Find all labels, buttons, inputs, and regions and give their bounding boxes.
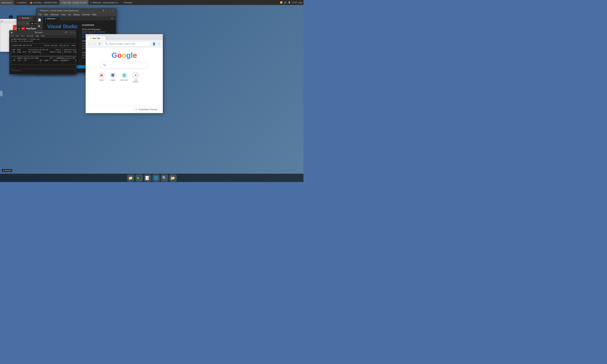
vscode-menu-edit[interactable]: Edit [43,13,49,16]
vscode-feature-0-title: Tools and languages [82,28,112,30]
vscode-menu-view[interactable]: View [60,13,67,16]
customize-chrome-label: Customize Chrome [138,108,157,111]
dock-files[interactable]: 📁 [127,174,134,182]
terminal-minimize-button[interactable]: − [67,31,70,34]
dock-file-manager[interactable]: 📂 [169,174,177,182]
anydesk-icon: A [16,1,18,4]
terminal-title-text: Terminal - [14,31,64,34]
vscode-tabbar: ◆ Welcome × ⊞ … [43,17,116,21]
dock-text-editor[interactable]: 📝 [144,174,151,182]
hamburger-menu-icon[interactable]: ≡ [18,27,20,30]
web-store-icon: 🌐 [121,72,128,78]
left-screen-arrow[interactable]: ‹ [0,91,3,96]
google-letter-o2: o [122,51,126,59]
vscode-close-button[interactable]: × [112,9,115,12]
shortcut-add[interactable]: + Add shortcut [131,71,141,84]
vscode-more-icon[interactable]: … [113,17,115,20]
vscode-welcome-tab[interactable]: ◆ Welcome × [43,17,59,20]
firefox-icon: 🦊 [30,1,33,4]
chrome-back-button[interactable]: ← [87,42,92,46]
taskbar-network-icon: 📶 [280,1,283,4]
taskbar-terminal[interactable]: ▪ Terminal - [121,0,135,5]
firefox-tab[interactable]: ▶ YouTube × [18,17,33,20]
terminal-menu-help[interactable]: Help [40,35,46,37]
terminal-menu-file[interactable]: File [10,35,14,37]
google-search-bar[interactable]: 🔍 [100,62,148,68]
vscode-tab-actions: ⊞ … [111,17,116,20]
chrome-tab-close-icon[interactable]: × [102,37,103,39]
chrome-url-bar[interactable]: 🔍 Search Google or type a URL [103,41,151,46]
vscode-menu-terminal[interactable]: Terminal [81,13,91,16]
firefox-tab-title: YouTube [22,17,29,19]
dock-terminal[interactable]: ▶_ [136,174,143,182]
vscode-menu-file[interactable]: File [37,13,43,16]
taskbar-left: Applications A AnyDesk 🦊 YouTube — Mozil… [0,0,135,5]
anydesk-title-icon: A [1,20,3,22]
terminal-line-10: | 0% 31C P8 6W / 320W | 10MiB / 10240MiB… [11,60,75,62]
terminal-line-7: | | | MIG M. | [11,53,75,55]
terminal-menu-view[interactable]: View [20,35,26,37]
terminal-maximize-button[interactable]: □ [70,31,72,34]
shortcuts-grid: ✉ Gmail 🖼 Images 🌐 Web Store + Add short… [96,71,152,84]
taskbar-chrome[interactable]: ● New Tab - Google Chrome [59,0,88,5]
vscode-split-editor-icon[interactable]: ⊞ [111,17,113,20]
chrome-newtab-tab[interactable]: ⭐ New Tab × [87,36,105,40]
terminal-line-15: | Processes: | [11,70,75,71]
js-link[interactable]: JavaScript [97,31,105,33]
chrome-menu-button[interactable]: ⋮ [157,42,161,46]
customize-chrome-icon: ✏ [135,108,137,111]
chrome-profile-button[interactable]: 👤 [152,42,156,46]
url-content: Search Google or type a URL [109,43,135,45]
chrome-navbar: ← → ↻ 🔍 Search Google or type a URL 👤 ⋮ [86,40,163,48]
terminal-menu-tabs[interactable]: Tabs [35,35,40,37]
terminal-menu-terminal[interactable]: Terminal [26,35,34,37]
shortcut-images[interactable]: 🖼 Images [108,71,118,84]
terminal-pin-button[interactable]: 📌 [65,31,67,34]
vscode-maximize-button[interactable]: □ [109,9,111,12]
dock-browser-icon: 🌐 [154,176,158,180]
taskbar-vscode[interactable]: ◆ Welcome - Visual Studio Co... [89,0,121,5]
shortcut-web-store[interactable]: 🌐 Web Store [119,71,129,84]
vscode-minimize-button[interactable]: − [105,9,108,12]
images-icon: 🖼 [110,72,116,78]
add-shortcut-icon: + [132,72,139,78]
taskbar-applications[interactable]: Applications [0,0,14,5]
vscode-menu-debug[interactable]: Debug [72,13,80,16]
vscode-tab-close-icon[interactable]: × [56,18,57,20]
vscode-menu-selection[interactable]: Selection [49,13,60,16]
terminal-tab-label: Terminal - [124,1,133,4]
terminal-window: ▶ Terminal - 📌 − □ × File Edit View Term… [9,30,76,74]
taskbar-time: 17:47 [292,1,297,4]
terminal-line-8: |===============================+=======… [11,55,75,57]
vscode-icon: ◆ [90,1,92,4]
terminal-line-4: |-------------------------------+-------… [11,47,75,49]
shortcut-gmail[interactable]: ✉ Gmail [96,71,106,84]
taskbar-firefox[interactable]: 🦊 YouTube — Mozilla Firefox [28,0,59,5]
chrome-forward-button[interactable]: → [92,42,97,46]
dock-browser[interactable]: 🌐 [153,174,160,182]
vscode-menu-help[interactable]: Help [91,13,98,16]
vscode-split-button[interactable]: ⊞ [102,9,104,12]
terminal-menu-edit[interactable]: Edit [15,35,20,37]
terminal-line-3: | NVIDIA-SMI 535.129.03 Driver Version: … [11,45,75,47]
dock-image-viewer[interactable]: 🔍 [161,174,168,182]
chrome-tab-favicon: ⭐ [89,37,92,39]
anydesk-tab-label: AnyDesk [18,1,26,4]
vscode-menu-go[interactable]: Go [67,13,72,16]
vscode-explorer-icon[interactable]: 📄 [37,18,42,22]
firefox-reload-button[interactable]: ↻ [26,22,29,25]
firefox-forward-button[interactable]: → [22,22,25,25]
record-label: Record [5,169,11,171]
customize-chrome-button[interactable]: ✏ Customize Chrome [133,107,160,112]
chrome-footer-bar: ✏ Customize Chrome [86,106,163,113]
vscode-window-title: Welcome - Visual Studio Code [Superuser] [40,9,79,12]
terminal-content[interactable]: root@6709b39a2c88:~# nvidia-smi Thu Nov … [9,38,76,71]
terminal-close-button[interactable]: × [73,31,75,34]
firefox-back-button[interactable]: ← [18,22,21,25]
chrome-icon: ● [61,1,62,4]
firefox-tab-close-icon[interactable]: × [31,17,32,19]
taskbar-right: 📶 🔊 🔋 17:47 root [280,1,304,4]
chrome-reload-button[interactable]: ↻ [98,42,102,46]
vscode-search-icon[interactable]: 🔍 [37,24,42,29]
taskbar-anydesk[interactable]: A AnyDesk [15,0,28,5]
